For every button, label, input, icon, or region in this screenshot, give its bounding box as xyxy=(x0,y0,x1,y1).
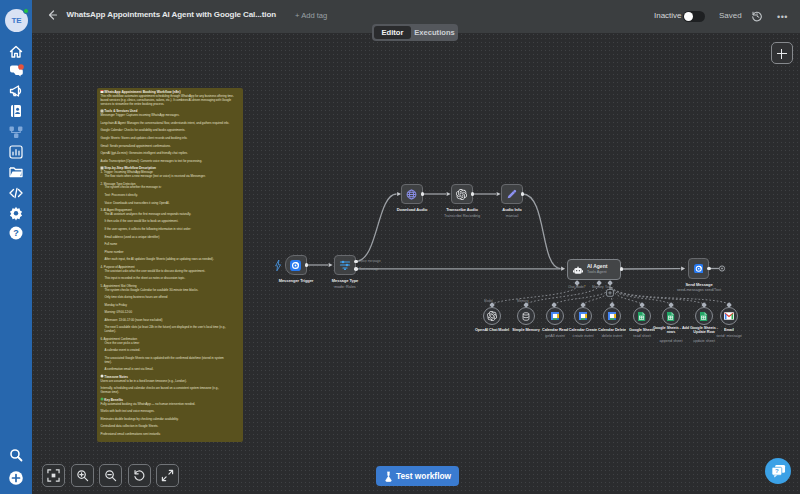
svg-text:?: ? xyxy=(13,228,19,238)
svg-text:?: ? xyxy=(774,468,778,474)
